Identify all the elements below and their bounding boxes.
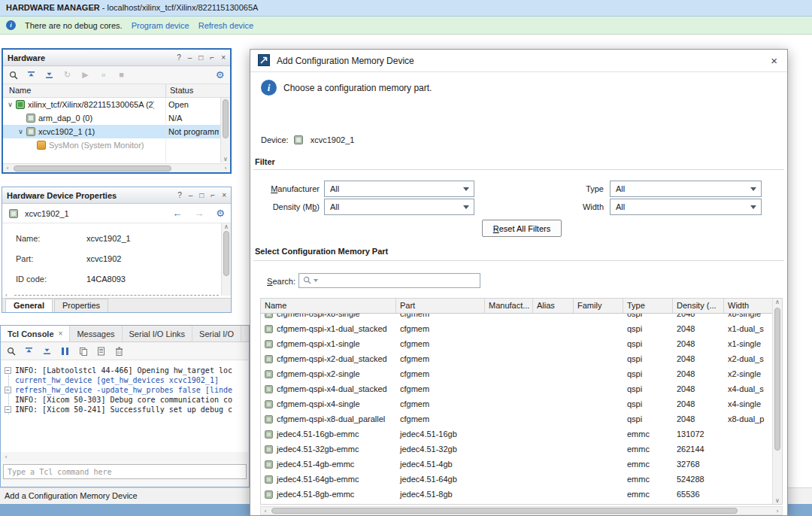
maximize-icon[interactable]: □ [198, 53, 203, 62]
hardware-vertical-scrollbar[interactable]: ∨ [220, 98, 230, 162]
memory-part-row[interactable]: cfgmem-qspi-x2-singlecfgmemqspi2048x2-si… [261, 366, 772, 381]
tab-serial-io-scans[interactable]: Serial I/O [192, 326, 241, 341]
density-select[interactable]: All [324, 199, 474, 215]
memory-part-row[interactable]: jedec4.51-16gb-emmcjedec4.51-16gbemmc131… [261, 426, 772, 442]
hardware-horizontal-scrollbar[interactable]: ‹ › [3, 163, 230, 172]
report-icon[interactable] [96, 347, 106, 356]
memory-part-row[interactable]: jedec4.51-4gb-emmcjedec4.51-4gbemmc32768 [261, 457, 772, 472]
scrollbar-thumb[interactable] [223, 231, 229, 276]
scroll-up-icon[interactable]: ∧ [773, 299, 782, 305]
scroll-right-icon[interactable]: › [773, 508, 782, 514]
search-icon[interactable] [8, 71, 18, 80]
scroll-up-icon[interactable]: ∧ [222, 223, 231, 230]
help-icon[interactable]: ? [177, 53, 181, 62]
scroll-left-icon[interactable]: ‹ [3, 165, 12, 171]
column-header-alias[interactable]: Alias [533, 299, 574, 313]
scrollbar-thumb[interactable] [223, 99, 229, 138]
expand-all-icon[interactable] [42, 347, 52, 355]
scroll-left-icon[interactable]: ‹ [261, 508, 270, 514]
close-icon[interactable]: × [221, 53, 226, 62]
back-arrow-icon[interactable]: ← [172, 208, 182, 219]
column-header-family[interactable]: Family [574, 299, 623, 313]
type-select[interactable]: All [610, 181, 762, 197]
run-all-icon[interactable]: » [98, 71, 108, 79]
dialog-title-bar[interactable]: Add Configuration Memory Device × [250, 50, 787, 72]
search-icon[interactable] [6, 347, 16, 356]
console-output[interactable]: −INFO: [Labtoolstcl 44-466] Opening hw_t… [2, 360, 248, 452]
tab-close-icon[interactable]: × [59, 329, 63, 338]
hardware-tree-row[interactable]: ∨xcvc1902_1 (1)Not programmed [3, 125, 220, 138]
scroll-right-icon[interactable]: › [221, 165, 230, 171]
stop-icon[interactable]: ■ [117, 71, 126, 79]
memory-part-row[interactable]: cfgmem-qspi-x8-dual_parallelcfgmemqspi20… [261, 411, 772, 426]
tcl-command-input[interactable] [3, 464, 247, 479]
tab-tcl-console[interactable]: Tcl Console × [1, 326, 70, 341]
minimize-icon[interactable]: – [188, 53, 192, 62]
properties-horizontal-scrollbar[interactable] [14, 295, 219, 296]
minimize-icon[interactable]: – [189, 191, 193, 199]
hardware-panel-header[interactable]: Hardware ? – □ ⌐ × [3, 50, 230, 66]
reset-all-filters-button[interactable]: Reset All Filters [482, 220, 562, 237]
memory-part-row[interactable]: jedec4.51-32gb-emmcjedec4.51-32gbemmc262… [261, 442, 772, 457]
close-icon[interactable]: × [222, 191, 226, 199]
hardware-tree-row[interactable]: arm_dap_0 (0)N/A [3, 111, 220, 125]
width-select[interactable]: All [610, 199, 762, 215]
scrollbar-thumb[interactable] [14, 165, 171, 171]
column-header-density[interactable]: Density (... [673, 299, 724, 313]
scroll-down-icon[interactable]: ∨ [221, 156, 230, 162]
console-horizontal-scrollbar[interactable]: ‹ [2, 452, 248, 461]
memory-part-row[interactable]: jedec4.51-8gb-emmcjedec4.51-8gbemmc65536 [261, 487, 772, 502]
settings-gear-icon[interactable]: ⚙ [215, 70, 225, 80]
memory-part-row[interactable]: cfgmem-qspi-x4-singlecfgmemqspi2048x4-si… [261, 396, 772, 411]
hardware-tree-row[interactable]: SysMon (System Monitor) [3, 138, 220, 152]
fold-toggle-icon[interactable]: − [5, 406, 11, 413]
tab-properties[interactable]: Properties [54, 299, 108, 312]
settings-gear-icon[interactable]: ⚙ [216, 208, 225, 219]
hardware-tree-row[interactable]: ∨xilinx_tcf/Xilinx/822115130065A (2)Open [3, 98, 220, 111]
collapse-all-icon[interactable] [24, 347, 34, 355]
column-header-manufact[interactable]: Manufact... [485, 299, 533, 313]
properties-panel-header[interactable]: Hardware Device Properties ? – □ ⌐ × [2, 187, 231, 204]
expand-caret-icon[interactable]: ∨ [16, 128, 26, 135]
fold-toggle-icon[interactable]: − [5, 367, 11, 374]
collapse-all-icon[interactable] [26, 71, 36, 79]
window-title-bar[interactable]: HARDWARE MANAGER - localhost/xilinx_tcf/… [0, 0, 812, 17]
run-icon[interactable]: ▶ [80, 71, 90, 79]
dialog-close-icon[interactable]: × [768, 54, 780, 67]
memory-part-row[interactable]: cfgmem-qspi-x1-singlecfgmemqspi2048x1-si… [261, 336, 772, 351]
status-column-header[interactable]: Status [165, 84, 230, 97]
copy-icon[interactable] [78, 347, 88, 356]
refresh-icon[interactable]: ↻ [62, 71, 72, 79]
properties-vertical-scrollbar[interactable]: ∧ [221, 223, 231, 296]
name-column-header[interactable]: Name [9, 84, 31, 97]
pause-output-icon[interactable] [60, 348, 70, 355]
column-header-part[interactable]: Part [396, 299, 485, 313]
manufacturer-select[interactable]: All [324, 181, 474, 197]
help-icon[interactable]: ? [177, 191, 182, 199]
scroll-down-icon[interactable]: ∨ [773, 497, 782, 504]
forward-arrow-icon[interactable]: → [194, 208, 204, 219]
column-header-type[interactable]: Type [623, 299, 673, 313]
memory-part-row[interactable]: cfgmem-qspi-x2-dual_stackedcfgmemqspi204… [261, 351, 772, 366]
fold-toggle-icon[interactable]: − [5, 387, 11, 393]
float-icon[interactable]: ⌐ [210, 53, 214, 62]
search-input[interactable] [320, 276, 476, 285]
memory-part-row[interactable]: cfgmem-qspi-x1-dual_stackedcfgmemqspi204… [261, 321, 772, 336]
tab-messages[interactable]: Messages [70, 326, 122, 341]
expand-caret-icon[interactable]: ∨ [5, 101, 15, 108]
column-header-name[interactable]: Name [261, 299, 396, 313]
column-header-width[interactable]: Width [724, 299, 772, 313]
trash-icon[interactable] [114, 347, 124, 356]
memory-part-row[interactable]: jedec4.51-64gb-emmcjedec4.51-64gbemmc524… [261, 472, 772, 487]
float-icon[interactable]: ⌐ [211, 191, 215, 199]
scrollbar-thumb[interactable] [774, 308, 780, 451]
scrollbar-thumb[interactable] [271, 508, 738, 514]
table-vertical-scrollbar[interactable]: ∧ ∨ [772, 299, 782, 504]
maximize-icon[interactable]: □ [199, 191, 204, 199]
tab-serial-io-links[interactable]: Serial I/O Links [123, 326, 193, 341]
scroll-left-icon[interactable]: ‹ [2, 454, 11, 460]
expand-all-icon[interactable] [44, 71, 54, 79]
tab-general[interactable]: General [5, 299, 53, 312]
program-device-link[interactable]: Program device [132, 21, 189, 30]
table-horizontal-scrollbar[interactable]: ‹ › [260, 506, 783, 515]
